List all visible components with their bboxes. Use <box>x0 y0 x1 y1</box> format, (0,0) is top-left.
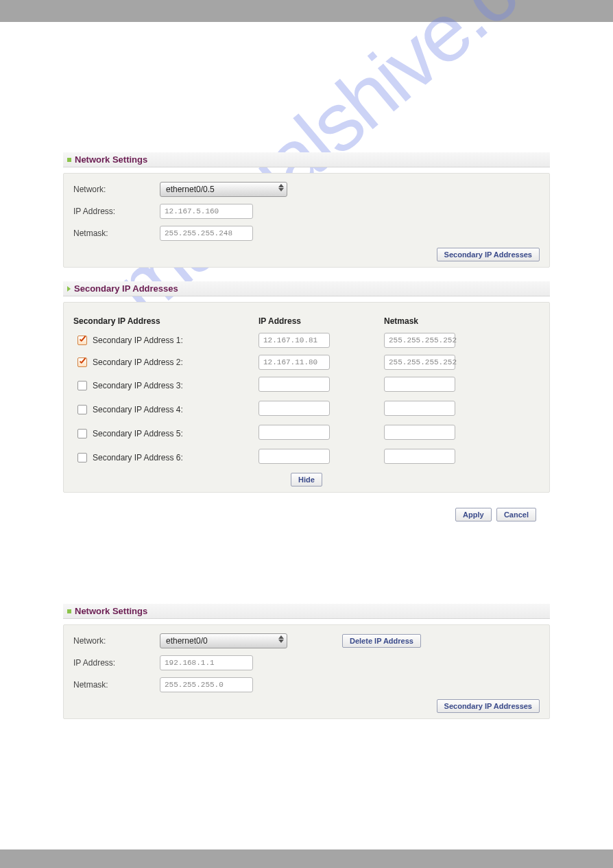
col-secondary-ip: Secondary IP Address <box>73 316 259 326</box>
ip-address-input[interactable]: 192.168.1.1 <box>160 655 253 670</box>
secondary-ip-addresses-section: Secondary IP Addresses Secondary IP Addr… <box>63 281 550 493</box>
ip-address-label: IP Address: <box>73 658 160 668</box>
secondary-ip-label: Secondary IP Address 4: <box>93 405 183 414</box>
netmask-label: Netmask: <box>73 680 160 690</box>
secondary-ip-row: Secondary IP Address 6: <box>73 449 540 466</box>
network-settings-section-2: Network Settings Network: ethernet0/0 De… <box>63 604 550 719</box>
secondary-ip-label: Secondary IP Address 6: <box>93 453 183 462</box>
secondary-ip-checkbox[interactable] <box>77 405 87 414</box>
secondary-ip-checkbox[interactable] <box>77 453 87 462</box>
section-header: Network Settings <box>63 152 550 167</box>
secondary-ip-checkbox[interactable] <box>77 357 87 367</box>
bullet-icon <box>67 158 71 162</box>
arrow-icon <box>67 286 71 292</box>
section-title: Network Settings <box>75 154 147 165</box>
secondary-ip-label: Secondary IP Address 3: <box>93 381 183 390</box>
col-netmask: Netmask <box>384 316 480 326</box>
network-dropdown[interactable]: ethernet0/0 <box>160 633 287 648</box>
section-header: Secondary IP Addresses <box>63 281 550 296</box>
network-settings-section-1: Network Settings Network: ethernet0/0.5 … <box>63 152 550 268</box>
network-label: Network: <box>73 185 160 194</box>
secondary-ip-row: Secondary IP Address 4: <box>73 401 540 418</box>
secondary-ip-checkbox[interactable] <box>77 429 87 438</box>
secondary-ip-addresses-button[interactable]: Secondary IP Addresses <box>437 248 540 261</box>
secondary-netmask-input[interactable] <box>384 377 455 392</box>
ip-address-input[interactable]: 12.167.5.160 <box>160 204 253 219</box>
network-dropdown-value: ethernet0/0.5 <box>166 185 215 194</box>
secondary-ip-row: Secondary IP Address 3: <box>73 377 540 394</box>
secondary-ip-label: Secondary IP Address 5: <box>93 429 183 438</box>
section-title: Secondary IP Addresses <box>74 283 178 294</box>
secondary-netmask-input[interactable] <box>384 401 455 416</box>
apply-button[interactable]: Apply <box>455 508 492 521</box>
secondary-ip-input[interactable] <box>259 449 330 464</box>
action-row: Apply Cancel <box>63 508 550 521</box>
section-title: Network Settings <box>75 606 147 616</box>
hide-button[interactable]: Hide <box>291 473 322 486</box>
secondary-ip-input[interactable]: 12.167.10.81 <box>259 333 330 348</box>
secondary-ip-addresses-button[interactable]: Secondary IP Addresses <box>437 699 540 713</box>
bullet-icon <box>67 609 71 613</box>
secondary-ip-input[interactable] <box>259 401 330 416</box>
dropdown-spinner-icon <box>278 184 284 191</box>
secondary-ip-input[interactable]: 12.167.11.80 <box>259 355 330 370</box>
secondary-ip-row: Secondary IP Address 2:12.167.11.80255.2… <box>73 355 540 370</box>
secondary-ip-label: Secondary IP Address 1: <box>93 336 183 345</box>
network-settings-panel-2: Network: ethernet0/0 Delete IP Address I… <box>63 624 550 719</box>
cancel-button[interactable]: Cancel <box>496 508 536 521</box>
network-dropdown-value: ethernet0/0 <box>166 636 208 646</box>
secondary-ip-label: Secondary IP Address 2: <box>93 357 183 367</box>
network-dropdown[interactable]: ethernet0/0.5 <box>160 182 287 197</box>
secondary-ip-input[interactable] <box>259 425 330 440</box>
col-ip-address: IP Address <box>259 316 384 326</box>
secondary-netmask-input[interactable]: 255.255.255.252 <box>384 333 455 348</box>
secondary-ip-checkbox[interactable] <box>77 381 87 390</box>
section-header: Network Settings <box>63 604 550 619</box>
secondary-ip-panel: Secondary IP Address IP Address Netmask … <box>63 302 550 493</box>
netmask-input[interactable]: 255.255.255.0 <box>160 677 253 692</box>
netmask-label: Netmask: <box>73 228 160 238</box>
network-settings-panel: Network: ethernet0/0.5 IP Address: 12.16… <box>63 173 550 268</box>
secondary-ip-checkbox[interactable] <box>77 336 87 345</box>
secondary-netmask-input[interactable] <box>384 425 455 440</box>
secondary-ip-row: Secondary IP Address 5: <box>73 425 540 442</box>
dropdown-spinner-icon <box>278 635 284 643</box>
secondary-netmask-input[interactable] <box>384 449 455 464</box>
delete-ip-address-button[interactable]: Delete IP Address <box>342 634 421 648</box>
network-label: Network: <box>73 636 160 646</box>
table-header: Secondary IP Address IP Address Netmask <box>73 311 540 333</box>
secondary-ip-input[interactable] <box>259 377 330 392</box>
netmask-input[interactable]: 255.255.255.248 <box>160 226 253 241</box>
secondary-netmask-input[interactable]: 255.255.255.252 <box>384 355 455 370</box>
ip-address-label: IP Address: <box>73 207 160 216</box>
secondary-ip-row: Secondary IP Address 1:12.167.10.81255.2… <box>73 333 540 348</box>
